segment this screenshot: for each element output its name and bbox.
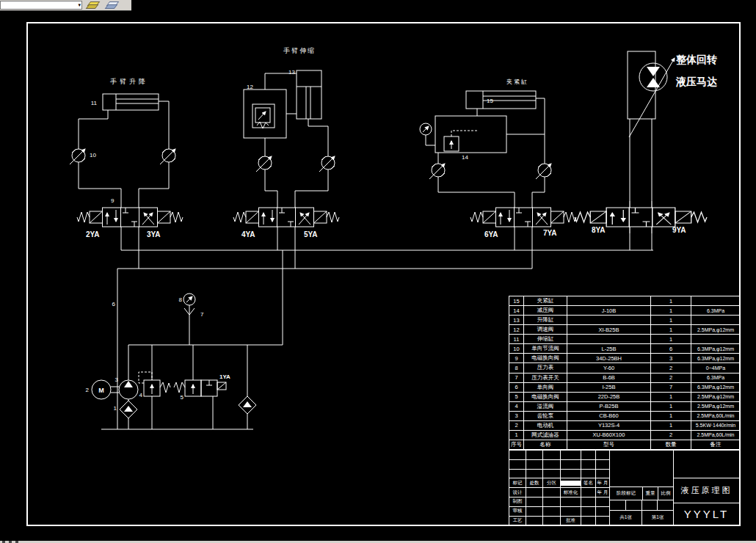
num-11: 11 <box>91 100 98 106</box>
titleblock-date-label: 年 月 <box>596 478 610 488</box>
bom-cell: 6 <box>651 344 691 354</box>
table-row: 8压力表Y-6020~4MPa <box>509 363 741 373</box>
suction-filter-symbol <box>120 401 137 418</box>
tag-4ya: 4YA <box>241 230 255 238</box>
bom-cell: 8 <box>509 363 524 373</box>
bom-cell: 1 <box>651 335 691 344</box>
table-row: 6单向阀I-25B76.3MPa,φ12mm <box>509 382 741 392</box>
bom-table: 15夹紧缸1 14减压阀J-10B16.3MPa 13升降缸1 12调速阀XI-… <box>509 296 741 450</box>
bom-cell: 6.3MPa,φ12mm <box>691 382 741 392</box>
bom-cell: 2.5MPa,φ12mm <box>691 392 741 401</box>
motor-label-line1: 整体回转 <box>676 54 717 65</box>
circuit3-label: 夹紧缸 <box>506 79 528 85</box>
title-block: 标记处数分区签名年 月 设计标准化年 月 制图 审核 工艺批准 阶段标记 重量 … <box>509 450 740 525</box>
drawing-title: 液压原理图 <box>673 478 740 503</box>
num-3: 3 <box>115 376 119 383</box>
bom-cell: 2.5MPa,60L/min <box>691 411 741 420</box>
motor-label-line2: 液压马达 <box>675 76 718 87</box>
bom-cell: 电动机 <box>524 420 567 430</box>
bom-cell: 4 <box>509 401 524 411</box>
titleblock-stage-cell <box>609 500 626 511</box>
bom-cell: Y-60 <box>567 363 651 373</box>
bom-cell: 13 <box>509 316 524 325</box>
bom-cell: 1 <box>651 325 691 335</box>
bom-cell: 2 <box>651 363 691 373</box>
bom-cell: 11 <box>509 335 524 344</box>
bom-cell: P-B25B <box>567 401 651 411</box>
bom-cell: 3 <box>651 354 691 363</box>
circuit1-label: 手臂升降 <box>110 78 148 85</box>
num-7: 7 <box>200 311 204 318</box>
titleblock-audit-label: 审核 <box>509 507 526 517</box>
titleblock-empty-box <box>609 450 674 487</box>
bom-cell: 6.3MPa <box>691 373 741 382</box>
bom-cell: 1 <box>509 430 524 440</box>
bom-cell: 压力表开关 <box>524 373 567 382</box>
bom-cell: 1 <box>651 420 691 430</box>
valve-4ya-5ya <box>233 201 339 233</box>
bom-cell: 2.5MPa,φ12mm <box>691 325 741 335</box>
titleblock-craft-label: 工艺 <box>509 517 526 526</box>
num-9: 9 <box>111 197 115 204</box>
drawing-code: YYYLT <box>673 503 740 525</box>
table-row: 9电磁换向阀34D-25BH36.3MPa,φ12mm <box>509 354 741 363</box>
num-8: 8 <box>179 296 183 303</box>
num-5: 5 <box>181 394 184 401</box>
valve-assembly-12 <box>244 90 286 138</box>
bom-cell: Y132S-4 <box>567 420 651 430</box>
bom-cell: 6.3MPa,φ12mm <box>691 344 741 354</box>
bom-cell: 电磁换向阀 <box>524 354 567 363</box>
tag-6ya: 6YA <box>484 230 498 238</box>
num-1: 1 <box>114 405 117 412</box>
bom-cell: 2 <box>651 430 691 440</box>
circuit2-label: 手臂伸缩 <box>283 47 316 54</box>
tag-5ya: 5YA <box>304 230 318 238</box>
tag-7ya: 7YA <box>543 229 557 237</box>
cylinder-arm-telescope <box>297 70 321 119</box>
num-14: 14 <box>462 154 468 161</box>
bom-cell: 1 <box>651 392 691 401</box>
throttle-valve <box>319 148 335 178</box>
titleblock-stage-cell <box>625 500 642 511</box>
titleblock-sheet-number: 第1张 <box>641 510 674 525</box>
throttle-valve <box>160 141 175 170</box>
tag-3ya: 3YA <box>147 230 161 238</box>
num-6: 6 <box>112 301 116 307</box>
throttle-valve <box>256 148 272 178</box>
bom-cell: 伸缩缸 <box>524 335 567 344</box>
bom-cell: 1 <box>651 296 691 306</box>
table-row: 1网式滤油器XU-B60X10022.5MPa,60L/min <box>509 430 741 440</box>
num-15: 15 <box>487 98 493 104</box>
pressure-gauge-pump <box>183 294 195 305</box>
bom-cell <box>691 316 741 325</box>
tag-8ya: 8YA <box>592 226 606 234</box>
num-13: 13 <box>288 69 295 76</box>
bom-cell: L-25B <box>567 344 651 354</box>
bom-cell: 5 <box>509 392 524 401</box>
bom-cell: 夹紧缸 <box>524 296 567 306</box>
table-row: 5电磁换向阀22D-25B12.5MPa,φ12mm <box>509 392 741 401</box>
table-row: 14减压阀J-10B16.3MPa <box>509 306 741 316</box>
titleblock-count-label: 处数 <box>526 478 543 488</box>
bom-cell <box>567 296 651 306</box>
bom-cell: 网式滤油器 <box>524 430 567 440</box>
bom-cell: 2.5MPa,60L/min <box>691 430 741 440</box>
table-row: 12调速阀XI-B25B12.5MPa,φ12mm <box>509 325 741 335</box>
throttle-valve <box>536 156 551 185</box>
titleblock-empty-box-right <box>673 450 740 478</box>
bom-cell: 1 <box>651 306 691 316</box>
bom-cell: 34D-25BH <box>567 354 651 363</box>
cylinder-clamp <box>466 91 536 109</box>
bom-cell: J-10B <box>567 306 651 316</box>
bom-cell: 1 <box>651 411 691 420</box>
titleblock-date2-label: 年 月 <box>596 488 610 498</box>
motor-m-label: M <box>98 387 104 394</box>
bom-cell: 1 <box>651 401 691 411</box>
num-4: 4 <box>139 392 143 398</box>
bom-header-row: 序号名称型号数量备注 <box>509 440 741 449</box>
bom-cell: 6.3MPa,φ12mm <box>691 354 741 363</box>
bom-cell: 6 <box>509 382 524 392</box>
table-row: 7压力表开关B-6B26.3MPa <box>509 373 741 382</box>
table-row: 10单向节流阀L-25B66.3MPa,φ12mm <box>509 344 741 354</box>
bom-cell: 2 <box>651 373 691 382</box>
